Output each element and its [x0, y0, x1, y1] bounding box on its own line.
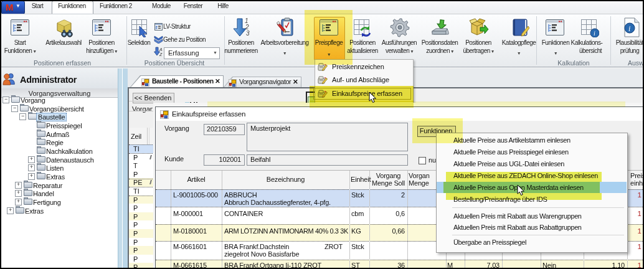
svg-text:i: i	[628, 24, 630, 33]
svg-text:A: A	[159, 47, 163, 52]
svg-text:i: i	[594, 30, 595, 37]
svg-text:Z: Z	[159, 52, 163, 57]
svg-text:3: 3	[246, 30, 250, 37]
